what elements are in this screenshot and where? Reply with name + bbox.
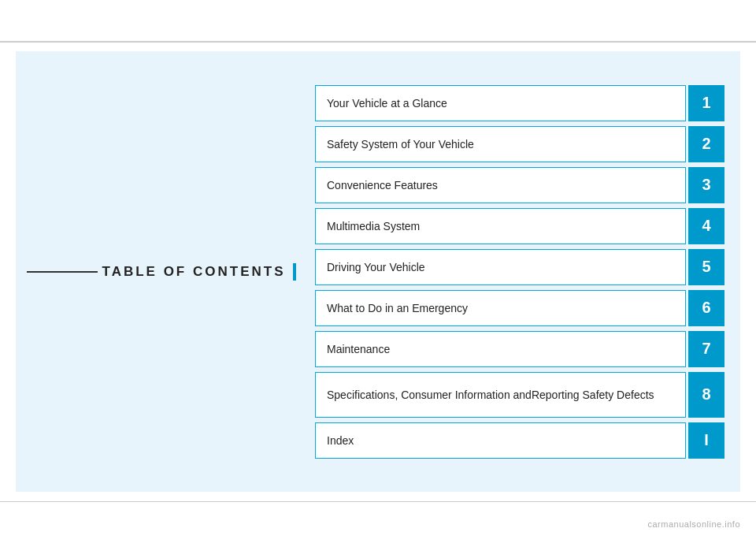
- top-divider: [0, 41, 756, 43]
- toc-item-label: Your Vehicle at a Glance: [315, 85, 686, 121]
- toc-item-label: Specifications, Consumer Information and…: [315, 372, 686, 418]
- toc-row[interactable]: Safety System of Your Vehicle2: [315, 126, 724, 162]
- toc-row[interactable]: Convenience Features3: [315, 167, 724, 203]
- bottom-divider: [0, 501, 756, 503]
- right-panel: Your Vehicle at a Glance1Safety System o…: [307, 51, 740, 492]
- toc-title: TABLE OF CONTENTS: [102, 264, 286, 280]
- toc-row[interactable]: Specifications, Consumer Information and…: [315, 372, 724, 418]
- toc-item-number: 5: [688, 249, 724, 285]
- toc-item-number: 3: [688, 167, 724, 203]
- toc-item-number: 6: [688, 290, 724, 326]
- toc-title-line: [27, 271, 98, 273]
- toc-title-bar: [293, 263, 296, 281]
- toc-item-number: 2: [688, 126, 724, 162]
- toc-row[interactable]: Your Vehicle at a Glance1: [315, 85, 724, 121]
- toc-item-label: Safety System of Your Vehicle: [315, 126, 686, 162]
- toc-item-label: Driving Your Vehicle: [315, 249, 686, 285]
- toc-item-label: Index: [315, 422, 686, 459]
- toc-row[interactable]: Driving Your Vehicle5: [315, 249, 724, 285]
- toc-item-label: Multimedia System: [315, 208, 686, 244]
- toc-item-number: 4: [688, 208, 724, 244]
- toc-item-number: 1: [688, 85, 724, 121]
- toc-item-label: What to Do in an Emergency: [315, 290, 686, 326]
- toc-row[interactable]: IndexI: [315, 422, 724, 459]
- toc-row[interactable]: What to Do in an Emergency6: [315, 290, 724, 326]
- toc-row[interactable]: Maintenance7: [315, 331, 724, 367]
- watermark: carmanualsonline.info: [647, 519, 740, 529]
- main-container: TABLE OF CONTENTS Your Vehicle at a Glan…: [16, 51, 740, 492]
- toc-item-number: I: [688, 422, 724, 459]
- toc-item-label: Maintenance: [315, 331, 686, 367]
- left-panel: TABLE OF CONTENTS: [16, 51, 307, 492]
- toc-item-label: Convenience Features: [315, 167, 686, 203]
- toc-item-number: 8: [688, 372, 724, 418]
- toc-title-container: TABLE OF CONTENTS: [27, 263, 297, 281]
- toc-item-number: 7: [688, 331, 724, 367]
- toc-row[interactable]: Multimedia System4: [315, 208, 724, 244]
